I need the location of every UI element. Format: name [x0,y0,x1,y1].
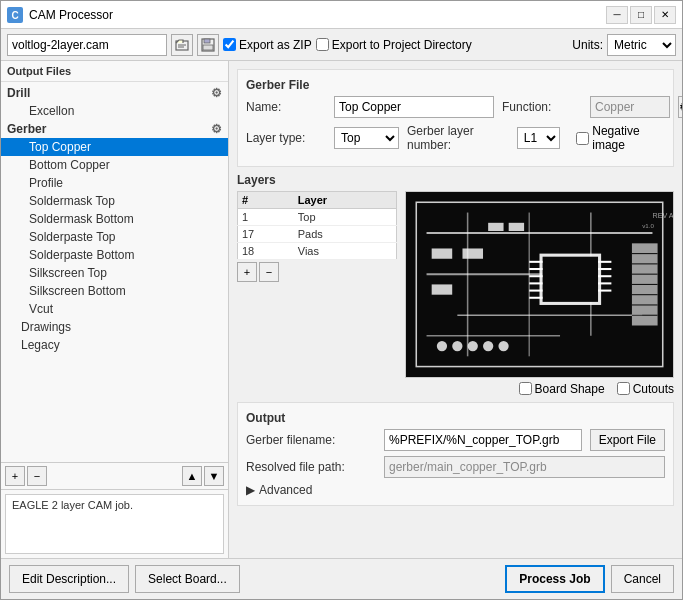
output-files-header: Output Files [1,61,228,82]
resolved-path-row: Resolved file path: [246,456,665,478]
gerber-gear-icon[interactable]: ⚙ [211,122,222,136]
name-row: Name: Function: ⚙ [246,96,665,118]
layers-toolbar: + − [237,262,397,282]
layers-title: Layers [237,173,674,187]
tree-item-top-copper[interactable]: Top Copper [1,138,228,156]
maximize-button[interactable]: □ [630,6,652,24]
advanced-row[interactable]: ▶ Advanced [246,483,665,497]
negative-image-checkbox-label[interactable]: Negative image [576,124,665,152]
cutouts-checkbox[interactable] [617,382,630,395]
export-project-checkbox-label[interactable]: Export to Project Directory [316,38,472,52]
gerber-filename-row: Gerber filename: Export File [246,429,665,451]
advanced-label: Advanced [259,483,312,497]
svg-text:REV A: REV A [652,212,673,220]
layers-table: # Layer 1 Top 17 [237,191,397,260]
minimize-button[interactable]: ─ [606,6,628,24]
units-select[interactable]: Metric Imperial [607,34,676,56]
right-panel: Gerber File Name: Function: ⚙ Layer type… [229,61,682,558]
cam-file-input[interactable] [7,34,167,56]
layers-table-area: # Layer 1 Top 17 [237,191,397,378]
function-label: Function: [502,100,582,114]
tree-item-silkscreen-bottom[interactable]: Silkscreen Bottom [1,282,228,300]
tree-item-profile[interactable]: Profile [1,174,228,192]
svg-rect-32 [432,284,453,294]
table-row: 18 Vias [238,243,397,260]
svg-point-47 [498,341,508,351]
svg-point-44 [452,341,462,351]
export-project-checkbox[interactable] [316,38,329,51]
add-layer-button[interactable]: + [237,262,257,282]
board-shape-checkbox-label[interactable]: Board Shape [519,382,605,396]
left-panel: Output Files Drill ⚙ Excellon Gerber ⚙ T… [1,61,229,558]
cam-processor-window: C CAM Processor ─ □ ✕ [0,0,683,600]
layer-type-label: Layer type: [246,131,326,145]
tree-item-soldermask-bottom[interactable]: Soldermask Bottom [1,210,228,228]
process-job-button[interactable]: Process Job [505,565,604,593]
resolved-path-input [384,456,665,478]
export-file-button[interactable]: Export File [590,429,665,451]
function-input [590,96,670,118]
export-zip-checkbox[interactable] [223,38,236,51]
layer-type-row: Layer type: Top Bottom Inner Gerber laye… [246,124,665,152]
move-down-button[interactable]: ▼ [204,466,224,486]
tree-item-solderpaste-top[interactable]: Solderpaste Top [1,228,228,246]
board-shape-row: Board Shape Cutouts [237,382,674,396]
svg-rect-7 [203,45,213,50]
negative-image-checkbox[interactable] [576,132,589,145]
remove-layer-button[interactable]: − [259,262,279,282]
open-file-button[interactable] [171,34,193,56]
table-row: 1 Top [238,209,397,226]
gerber-file-section: Gerber File Name: Function: ⚙ Layer type… [237,69,674,167]
pcb-svg: REV A v1.0 [406,192,673,377]
svg-rect-31 [462,248,483,258]
gerber-filename-input[interactable] [384,429,582,451]
tree-item-vcut[interactable]: Vcut [1,300,228,318]
main-toolbar: Export as ZIP Export to Project Director… [1,29,682,61]
cutouts-checkbox-label[interactable]: Cutouts [617,382,674,396]
gerber-layer-select[interactable]: L1 L2 L3 [517,127,560,149]
bottom-bar: Edit Description... Select Board... Proc… [1,558,682,599]
gerber-group-header: Gerber ⚙ [1,120,228,138]
svg-point-43 [437,341,447,351]
layers-section: Layers # Layer 1 [237,173,674,396]
tree-item-bottom-copper[interactable]: Bottom Copper [1,156,228,174]
gerber-layer-label: Gerber layer number: [407,124,509,152]
close-button[interactable]: ✕ [654,6,676,24]
tree-item-silkscreen-top[interactable]: Silkscreen Top [1,264,228,282]
svg-point-46 [483,341,493,351]
main-content: Output Files Drill ⚙ Excellon Gerber ⚙ T… [1,61,682,558]
tree-toolbar: + − ▲ ▼ [1,463,228,490]
advanced-chevron-icon: ▶ [246,483,255,497]
description-box: EAGLE 2 layer CAM job. [5,494,224,554]
move-up-button[interactable]: ▲ [182,466,202,486]
title-bar: C CAM Processor ─ □ ✕ [1,1,682,29]
window-controls: ─ □ ✕ [606,6,676,24]
layers-content: # Layer 1 Top 17 [237,191,674,378]
tree-item-solderpaste-bottom[interactable]: Solderpaste Bottom [1,246,228,264]
gerber-file-title: Gerber File [246,78,665,92]
remove-item-button[interactable]: − [27,466,47,486]
name-input[interactable] [334,96,494,118]
tree-item-excellon[interactable]: Excellon [1,102,228,120]
gerber-filename-label: Gerber filename: [246,433,376,447]
svg-point-45 [468,341,478,351]
tree-item-legacy[interactable]: Legacy [1,336,228,354]
export-zip-checkbox-label[interactable]: Export as ZIP [223,38,312,52]
function-gear-button[interactable]: ⚙ [678,96,682,118]
edit-description-button[interactable]: Edit Description... [9,565,129,593]
layer-type-select[interactable]: Top Bottom Inner [334,127,399,149]
tree-item-soldermask-top[interactable]: Soldermask Top [1,192,228,210]
units-section: Units: Metric Imperial [572,34,676,56]
tree-item-drawings[interactable]: Drawings [1,318,228,336]
board-shape-checkbox[interactable] [519,382,532,395]
cancel-button[interactable]: Cancel [611,565,674,593]
svg-rect-34 [509,223,524,231]
svg-rect-30 [432,248,453,258]
col-num: # [238,192,294,209]
window-icon: C [7,7,23,23]
select-board-button[interactable]: Select Board... [135,565,240,593]
add-item-button[interactable]: + [5,466,25,486]
drill-gear-icon[interactable]: ⚙ [211,86,222,100]
save-file-button[interactable] [197,34,219,56]
col-layer: Layer [294,192,397,209]
